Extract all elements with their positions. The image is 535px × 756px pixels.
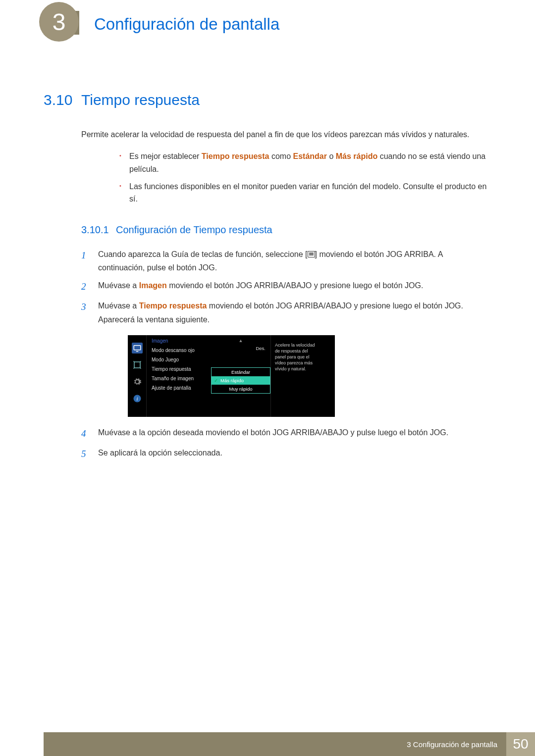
subsection-title: Configuración de Tiempo respuesta: [116, 224, 272, 235]
osd-help-text: Acelere la velocidad de respuesta del pa…: [270, 335, 320, 417]
info-icon: i: [132, 393, 143, 404]
osd-icon-column: i: [128, 335, 147, 417]
osd-main: Imagen Modo descanso ojo Modo Juego Tiem…: [147, 335, 335, 417]
step: 3 Muévase a Tiempo respuesta moviendo el…: [81, 299, 490, 326]
note-list: Es mejor establecer Tiempo respuesta com…: [119, 150, 490, 205]
note-box: Es mejor establecer Tiempo respuesta com…: [96, 150, 490, 205]
svg-text:i: i: [136, 396, 138, 402]
note-item: Es mejor establecer Tiempo respuesta com…: [119, 150, 490, 175]
gear-icon: [132, 376, 143, 387]
step-number: 1: [81, 248, 89, 274]
subsection-heading: 3.10.1Configuración de Tiempo respuesta: [81, 224, 490, 236]
chapter-title: Configuración de pantalla: [94, 15, 279, 34]
frame-icon: [132, 359, 143, 370]
step-body: Cuando aparezca la Guía de teclas de fun…: [98, 248, 490, 274]
osd-row: Ajuste de pantalla: [152, 383, 211, 393]
monitor-icon: [132, 343, 143, 353]
osd-option-selected: Más rápido: [212, 376, 270, 385]
step-body: Muévase a Tiempo respuesta moviendo el b…: [98, 299, 490, 326]
bold-term: Imagen: [139, 281, 167, 290]
step-number: 5: [81, 446, 89, 462]
osd-row: Tiempo respuesta: [152, 364, 211, 374]
section-intro: Permite acelerar la velocidad de respues…: [81, 128, 490, 141]
bold-term: Tiempo respuesta: [139, 302, 207, 310]
step: 5 Se aplicará la opción seleccionada.: [81, 446, 490, 462]
osd-labels: Imagen Modo descanso ojo Modo Juego Tiem…: [147, 335, 211, 417]
bold-term: Tiempo respuesta: [202, 152, 269, 160]
osd-value: Des.: [211, 344, 270, 353]
step-body: Muévase a la opción deseada moviendo el …: [98, 426, 490, 442]
menu-icon: [308, 251, 315, 257]
page-number: 50: [506, 732, 535, 756]
steps-list-cont: 4 Muévase a la opción deseada moviendo e…: [81, 426, 490, 462]
step-body: Muévase a Imagen moviendo el botón JOG A…: [98, 279, 490, 295]
chapter-number: 3: [53, 8, 66, 36]
svg-rect-2: [134, 362, 140, 368]
section-title: Tiempo respuesta: [81, 92, 200, 108]
step: 1 Cuando aparezca la Guía de teclas de f…: [81, 248, 490, 274]
page-content: 3.10Tiempo respuesta Permite acelerar la…: [44, 92, 490, 466]
footer-chapter-label: 3 Configuración de pantalla: [407, 740, 497, 749]
step-number: 2: [81, 279, 89, 295]
step-number: 4: [81, 426, 89, 442]
osd-option: Estándar: [212, 368, 270, 376]
osd-screenshot: i Imagen Modo descanso ojo Modo Juego Ti…: [128, 335, 335, 417]
osd-values: ▲ Des. Estándar Más rápido Muy rápido: [211, 335, 270, 417]
step-number: 3: [81, 299, 89, 326]
footer-bar: 3 Configuración de pantalla: [44, 732, 506, 756]
section-number: 3.10: [44, 92, 81, 108]
osd-row: Modo Juego: [152, 355, 211, 364]
note-item: Las funciones disponibles en el monitor …: [119, 180, 490, 205]
subsection-number: 3.10.1: [81, 224, 116, 236]
steps-list: 1 Cuando aparezca la Guía de teclas de f…: [81, 248, 490, 326]
osd-option: Muy rápido: [212, 385, 270, 393]
osd-row: Modo descanso ojo: [152, 346, 211, 355]
step: 2 Muévase a Imagen moviendo el botón JOG…: [81, 279, 490, 295]
bold-term: Más rápido: [336, 152, 377, 160]
svg-rect-0: [134, 346, 141, 350]
osd-category: Imagen: [152, 338, 211, 344]
footer: 3 Configuración de pantalla 50: [44, 732, 535, 756]
step-body: Se aplicará la opción seleccionada.: [98, 446, 490, 462]
chapter-number-badge: 3: [39, 2, 79, 42]
arrow-up-icon: ▲: [211, 338, 270, 343]
osd-row: Tamaño de imagen: [152, 374, 211, 383]
osd-dropdown: Estándar Más rápido Muy rápido: [211, 367, 270, 394]
step: 4 Muévase a la opción deseada moviendo e…: [81, 426, 490, 442]
bold-term: Estándar: [293, 152, 327, 160]
section-heading: 3.10Tiempo respuesta: [44, 92, 490, 108]
